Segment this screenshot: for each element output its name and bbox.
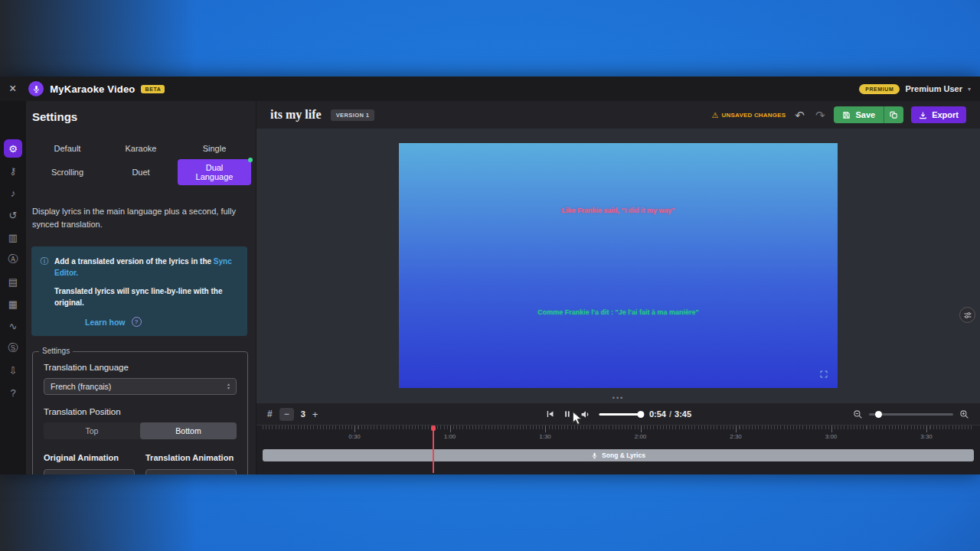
volume-button[interactable] <box>580 409 590 419</box>
timeline-zoom-slider[interactable] <box>869 413 953 416</box>
user-menu-label: Premium User <box>905 84 962 93</box>
sidebar-item-history[interactable]: ↺ <box>4 206 22 224</box>
select-chevrons-icon: ▴▾ <box>227 474 230 474</box>
duplicate-button[interactable] <box>884 106 903 123</box>
ruler-tick-label: 2:30 <box>730 433 742 440</box>
sidebar-item-stickers[interactable]: Ⓢ <box>4 339 22 357</box>
copy-icon <box>890 111 898 119</box>
sidebar-item-music[interactable]: ♪ <box>4 184 22 202</box>
translation-position-toggle: TopBottom <box>44 422 237 439</box>
microphone-icon <box>591 452 598 459</box>
original-animation-value: Zoom <box>51 473 71 474</box>
panel-resize-handle[interactable]: ••• <box>612 394 624 402</box>
song-lyrics-track[interactable]: Song & Lyrics <box>263 449 974 461</box>
ruler-tick-label: 1:30 <box>539 433 551 440</box>
main-area: ⚙⚷♪↺▥Ⓐ▤▦∿Ⓢ⇩? Settings DefaultKaraokeSing… <box>0 101 980 474</box>
pause-button[interactable] <box>563 409 571 419</box>
layout-option-single[interactable]: Single <box>197 140 233 157</box>
playhead[interactable] <box>433 425 434 473</box>
ruler-tick <box>831 425 832 432</box>
layout-option-karaoke[interactable]: Karaoke <box>119 140 163 157</box>
text-styles-icon: Ⓐ <box>8 253 18 266</box>
ruler-tick <box>354 425 355 432</box>
sidebar-item-settings[interactable]: ⚙ <box>4 139 22 158</box>
zoom-out-icon[interactable] <box>853 409 863 419</box>
export-button[interactable]: Export <box>911 106 966 123</box>
sidebar-item-transitions[interactable]: ▥ <box>4 228 22 246</box>
save-icon <box>842 111 851 119</box>
sidebar-item-effects[interactable]: ∿ <box>4 317 22 335</box>
beta-badge: BETA <box>141 85 165 93</box>
position-option-bottom[interactable]: Bottom <box>140 422 237 439</box>
download-icon <box>919 111 927 119</box>
tune-icon <box>963 311 972 320</box>
app-title: MyKaraoke Video <box>50 83 135 95</box>
sidebar-item-key[interactable]: ⚷ <box>4 161 22 180</box>
settings-panel: Settings DefaultKaraokeSingleScrollingDu… <box>26 101 256 474</box>
position-option-top[interactable]: Top <box>44 422 140 439</box>
learn-how-link[interactable]: Learn how <box>85 318 126 327</box>
chevron-down-icon: ▾ <box>968 86 971 93</box>
volume-slider[interactable] <box>599 413 641 416</box>
translation-info-box: ⓘ Add a translated version of the lyrics… <box>31 246 247 336</box>
video-canvas[interactable]: Like Frankie said, "I did it my way" Com… <box>399 143 838 388</box>
desktop-background: { "glyphs": { "close": "×", "chevron_dow… <box>0 0 980 551</box>
plus-icon: + <box>312 409 318 420</box>
preview-settings-button[interactable] <box>959 307 975 323</box>
original-animation-select[interactable]: Zoom ▴▾ <box>44 469 135 474</box>
layout-option-scrolling[interactable]: Scrolling <box>45 164 90 181</box>
info-text-line2: Translated lyrics will sync line-by-line… <box>54 285 238 308</box>
skip-to-start-button[interactable] <box>545 409 554 419</box>
redo-icon: ↷ <box>815 109 825 122</box>
translation-language-select[interactable]: French (français) ▴▾ <box>44 378 237 395</box>
key-icon: ⚷ <box>9 165 17 177</box>
undo-button[interactable]: ↶ <box>793 109 806 121</box>
translation-language-value: French (français) <box>51 382 111 391</box>
snap-decrease-button[interactable]: − <box>279 408 294 421</box>
topbar: × MyKaraoke Video BETA PREMIUM Premium U… <box>0 77 980 101</box>
ruler-tick <box>641 425 642 432</box>
timeline-ruler[interactable]: 0:301:001:302:002:303:003:30 <box>263 425 974 445</box>
close-icon[interactable]: × <box>9 83 16 95</box>
app-window: × MyKaraoke Video BETA PREMIUM Premium U… <box>0 77 980 474</box>
translation-animation-select[interactable]: Zoom ▴▾ <box>145 469 237 474</box>
sidebar-item-images[interactable]: ▤ <box>4 272 22 291</box>
account-area[interactable]: PREMIUM Premium User ▾ <box>859 84 971 94</box>
translation-animation-label: Translation Animation <box>145 453 237 462</box>
sidebar-item-text-styles[interactable]: Ⓐ <box>4 250 22 269</box>
fullscreen-icon[interactable] <box>819 368 828 382</box>
total-duration: 3:45 <box>675 409 691 419</box>
project-title[interactable]: its my life <box>270 108 322 122</box>
history-icon: ↺ <box>9 210 18 221</box>
volume-icon <box>580 409 590 419</box>
help-circle-icon[interactable]: ? <box>132 317 142 327</box>
snap-increase-button[interactable]: + <box>312 409 318 420</box>
version-badge[interactable]: VERSION 1 <box>331 109 375 121</box>
settings-icon: ⚙ <box>8 143 18 155</box>
ruler-tick <box>736 425 737 432</box>
volume-slider-thumb[interactable] <box>637 411 644 418</box>
redo-button[interactable]: ↷ <box>814 109 827 121</box>
save-button[interactable]: Save <box>834 106 884 123</box>
current-time: 0:54 <box>649 409 666 419</box>
snap-grid-icon[interactable]: # <box>267 409 273 419</box>
sidebar-item-video[interactable]: ▦ <box>4 295 22 313</box>
ruler-tick-label: 3:30 <box>920 433 933 440</box>
editor-header: its my life VERSION 1 ⚠ UNSAVED CHANGES … <box>256 101 980 129</box>
new-feature-dot <box>248 158 253 162</box>
info-text: Add a translated version of the lyrics i… <box>54 256 238 279</box>
select-chevrons-icon: ▴▾ <box>227 383 230 390</box>
layout-option-duet[interactable]: Duet <box>126 164 155 181</box>
info-icon: ⓘ <box>39 256 50 279</box>
editor-area: its my life VERSION 1 ⚠ UNSAVED CHANGES … <box>256 101 980 474</box>
ruler-tick <box>926 425 927 432</box>
sidebar-item-help[interactable]: ? <box>4 383 22 402</box>
timeline-zoom-thumb[interactable] <box>875 411 882 418</box>
lyric-translation-text: Comme Frankie l'a dit : "Je l'ai fait à … <box>521 307 714 318</box>
playback-controls-bar: # − 3 + <box>256 403 980 425</box>
sidebar-item-downloads[interactable]: ⇩ <box>4 361 22 380</box>
layout-option-dual-language[interactable]: Dual Language <box>178 159 251 185</box>
layout-option-default[interactable]: Default <box>48 140 87 157</box>
zoom-in-icon[interactable] <box>959 409 969 419</box>
ruler-tick <box>450 425 451 432</box>
